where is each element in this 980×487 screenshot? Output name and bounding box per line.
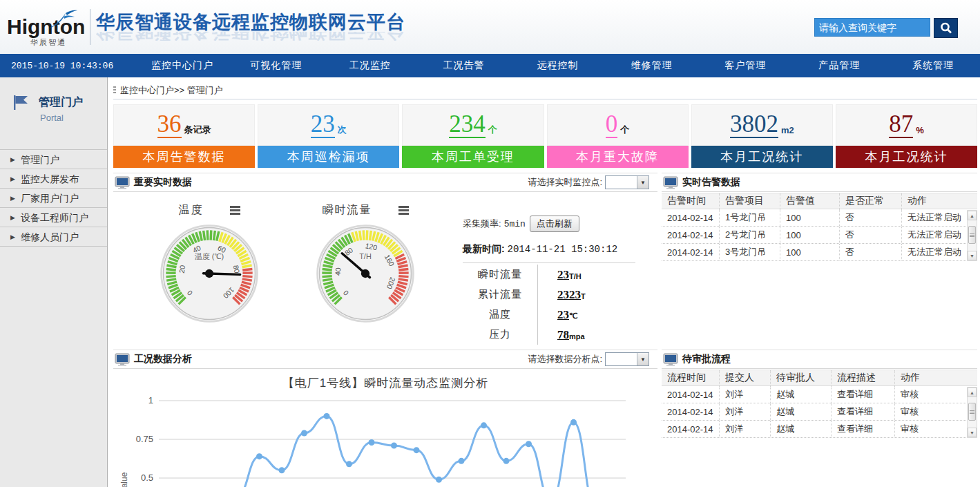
table-cell[interactable]: 审核 [895,421,977,437]
stat-card-value-area: 87% [836,104,977,146]
nav-item-7[interactable]: 客户管理 [698,59,792,72]
dropdown-arrow-icon[interactable]: ▼ [637,353,648,365]
table-cell: 3号龙门吊 [720,244,780,260]
stat-card-unit: m2 [781,125,794,135]
sidebar-item-3[interactable]: ▶厂家用户门户 [0,189,107,208]
refresh-button[interactable]: 点击刷新 [530,216,579,232]
realtime-readings-panel: 采集频率: 5min 点击刷新 最新时间: 2014-11-21 15:30:1… [463,192,657,345]
table-cell: 2014-02-14 [662,386,720,403]
scroll-up-icon[interactable]: ▲ [968,388,977,397]
table-cell: 否 [840,244,902,260]
stat-card-label[interactable]: 本周工单受理 [402,146,544,168]
gauge-flow: 瞬时流量 04080120160200T/H [287,192,443,345]
table-cell: 赵城 [771,386,832,403]
flow-analysis-chart: 10.750.50.250value [113,392,657,487]
table-row: 2014-02-143号龙门吊100否无法正常启动 [662,244,977,261]
page-title-reflection: 华辰智通设备远程监控物联网云平台 [96,32,405,41]
nav-item-1[interactable]: 监控中心门户 [135,59,229,72]
scrollbar-thumb[interactable] [968,226,976,244]
logo-divider [90,9,90,45]
nav-item-9[interactable]: 系统管理 [886,59,980,72]
table-cell: 无法正常启动 [902,244,977,260]
stat-card-value[interactable]: 87 [889,112,913,138]
table-row: 2014-02-14刘洋赵城查看详细审核 [662,386,977,403]
table-cell: 否 [840,209,902,226]
nav-item-8[interactable]: 产品管理 [792,59,886,72]
stat-card-4: 0个本月重大故障 [547,104,689,168]
logo-subtext: 华辰智通 [30,37,88,48]
table-header-row: 告警时间告警项目告警值是否正常动作 [662,193,977,209]
flag-icon [12,94,29,111]
alarm-table: 告警时间告警项目告警值是否正常动作2014-02-141号龙门吊100否无法正常… [662,193,977,261]
stat-card-label[interactable]: 本周告警数据 [113,146,255,168]
column-header: 告警值 [780,193,840,209]
table-scrollbar[interactable]: ▲▼ [967,387,977,438]
analysis-point-select-label: 请选择数据分析点: [528,353,602,365]
stat-card-value[interactable]: 0 [606,112,618,138]
stat-card-unit: 次 [338,124,347,136]
table-cell: 2014-02-14 [662,227,720,243]
table-cell: 100 [780,227,840,243]
nav-item-3[interactable]: 工况监控 [323,59,417,72]
table-cell: 100 [780,244,840,260]
breadcrumb-icon [113,86,116,95]
stat-card-6: 87%本月工况统计 [836,104,977,168]
table-row: 2014-02-142号龙门吊100否无法正常启动 [662,227,977,244]
nav-item-6[interactable]: 维修管理 [604,59,698,72]
scroll-up-icon[interactable]: ▲ [968,211,977,220]
nav-item-4[interactable]: 工况告警 [417,59,511,72]
scrollbar-thumb[interactable] [968,403,976,421]
analysis-point-select[interactable]: ▼ [605,352,649,366]
dropdown-arrow-icon[interactable]: ▼ [637,176,648,189]
search-button[interactable] [934,18,958,38]
chevron-right-icon: ▶ [10,150,15,169]
table-cell: 2014-02-14 [662,209,720,226]
table-cell[interactable]: 查看详细 [832,386,895,403]
sidebar-item-1[interactable]: ▶管理门户 [0,150,107,169]
stat-card-label[interactable]: 本月工况统计 [836,146,977,168]
table-cell: 刘洋 [720,403,771,420]
column-header: 动作 [902,193,977,209]
column-header: 是否正常 [840,193,902,209]
scroll-down-icon[interactable]: ▼ [968,251,977,260]
search-input[interactable] [814,18,930,37]
breadcrumb: 监控中心门户>> 管理门户 [120,84,223,97]
svg-text:value: value [119,472,129,487]
monitor-icon [115,353,130,366]
chevron-right-icon: ▶ [10,208,15,227]
table-cell[interactable]: 审核 [895,403,977,420]
table-cell: 100 [780,209,840,226]
table-cell: 2014-02-14 [662,244,720,260]
table-cell[interactable]: 审核 [895,386,977,403]
stat-card-value[interactable]: 3802 [730,112,778,138]
sidebar-item-5[interactable]: ▶维修人员门户 [0,227,107,247]
svg-text:1: 1 [148,395,153,405]
column-header: 待审批人 [771,370,832,385]
hamburger-icon[interactable] [230,204,240,216]
stat-card-label[interactable]: 本周巡检漏项 [258,146,399,168]
monitor-point-select-label: 请选择实时监控点: [528,176,602,189]
scroll-down-icon[interactable]: ▼ [968,428,977,437]
stat-cards: 36条记录本周告警数据23次本周巡检漏项234个本周工单受理0个本月重大故障38… [113,104,977,168]
monitor-point-select[interactable]: ▼ [605,175,649,189]
section-approvals: 待审批流程 流程时间提交人待审批人流程描述动作2014-02-14刘洋赵城查看详… [662,350,977,438]
latest-time-value: 2014-11-21 15:30:12 [508,244,618,255]
stat-card-value-area: 36条记录 [113,104,255,146]
hamburger-icon[interactable] [398,204,409,216]
table-cell[interactable]: 查看详细 [832,403,895,420]
table-cell[interactable]: 查看详细 [832,421,895,437]
stat-card-label[interactable]: 本月工况统计 [691,146,833,168]
stat-card-unit: 条记录 [184,124,211,136]
sidebar-item-2[interactable]: ▶监控大屏发布 [0,169,107,189]
svg-text:T/H: T/H [359,252,372,260]
table-scrollbar[interactable]: ▲▼ [967,210,977,261]
table-cell: 刘洋 [720,386,771,403]
stat-card-label[interactable]: 本月重大故障 [547,146,689,168]
stat-card-value[interactable]: 36 [157,112,182,138]
stat-card-value[interactable]: 23 [311,112,335,138]
stat-card-value[interactable]: 234 [449,112,486,138]
nav-item-5[interactable]: 远程控制 [511,59,605,72]
sidebar-item-4[interactable]: ▶设备工程师门户 [0,208,107,227]
nav-item-2[interactable]: 可视化管理 [229,59,323,72]
portal-title: 管理门户 [39,95,107,110]
